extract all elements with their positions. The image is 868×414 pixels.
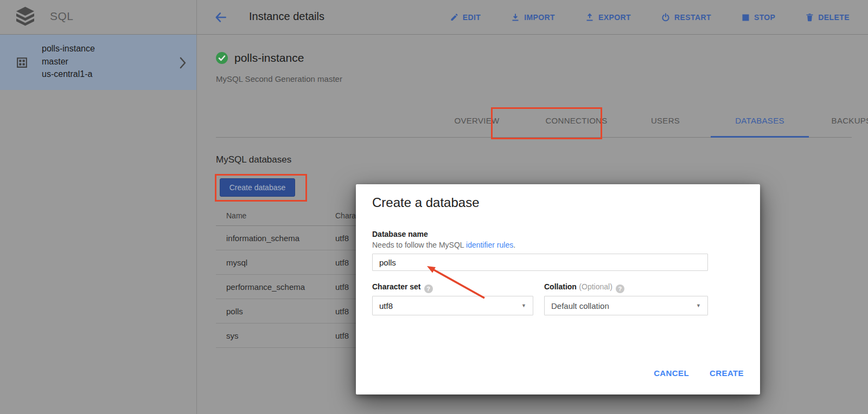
dialog-title: Create a database <box>372 195 479 210</box>
export-button-label: EXPORT <box>598 13 631 22</box>
chevron-down-icon: ▼ <box>696 303 701 308</box>
cell-name: information_schema <box>216 234 335 243</box>
tab-backups[interactable]: BACKUPS <box>809 103 868 138</box>
create-database-dialog: Create a database Database name Needs to… <box>356 184 760 394</box>
cell-name: polls <box>216 307 335 316</box>
back-arrow-icon[interactable] <box>214 10 228 27</box>
instance-role: master <box>42 55 95 68</box>
delete-button[interactable]: DELETE <box>806 13 850 22</box>
edit-button[interactable]: EDIT <box>450 13 481 22</box>
help-icon[interactable]: ? <box>424 284 433 293</box>
chevron-down-icon: ▼ <box>521 303 526 308</box>
collation-optional-note: (Optional) <box>579 282 612 291</box>
tab-connections-label: CONNECTIONS <box>545 116 607 125</box>
delete-button-label: DELETE <box>818 13 850 22</box>
create-database-button[interactable]: Create database <box>220 178 295 197</box>
import-button[interactable]: IMPORT <box>511 13 555 22</box>
tab-connections[interactable]: CONNECTIONS <box>521 103 631 138</box>
column-header-name: Name <box>216 211 335 220</box>
tab-overview-label: OVERVIEW <box>455 116 500 125</box>
tab-databases-label: DATABASES <box>735 116 784 125</box>
export-button[interactable]: EXPORT <box>585 13 631 22</box>
product-name: SQL <box>50 10 74 23</box>
sidebar-divider <box>196 0 197 414</box>
tab-overview[interactable]: OVERVIEW <box>432 103 522 138</box>
cloud-sql-console: SQL Instance details EDIT <box>0 0 868 414</box>
tab-bar: OVERVIEW CONNECTIONS USERS DATABASES BAC… <box>216 103 852 138</box>
import-icon <box>511 13 520 22</box>
instance-name: polls-instance <box>42 42 95 55</box>
page-title: Instance details <box>249 10 324 23</box>
cancel-button[interactable]: CANCEL <box>654 368 689 378</box>
pencil-icon <box>450 13 458 22</box>
instance-grid-icon <box>15 56 29 72</box>
collation-field: Collation (Optional)? Default collation … <box>544 282 708 293</box>
tab-databases[interactable]: DATABASES <box>711 103 809 138</box>
dialog-actions: CANCEL CREATE <box>654 368 744 378</box>
database-name-input[interactable] <box>372 254 708 271</box>
restart-button[interactable]: RESTART <box>661 13 711 22</box>
character-set-value: utf8 <box>379 301 521 310</box>
tab-backups-label: BACKUPS <box>832 116 868 125</box>
collation-value: Default collation <box>551 301 696 310</box>
character-set-label: Character set <box>372 282 421 291</box>
cell-name: sys <box>216 331 335 340</box>
instance-zone: us-central1-a <box>42 68 95 81</box>
delete-icon <box>806 13 814 22</box>
restart-icon <box>661 13 670 22</box>
restart-button-label: RESTART <box>674 13 711 22</box>
sql-product-icon <box>16 7 34 29</box>
tab-users-label: USERS <box>651 116 680 125</box>
active-tab-underline <box>711 136 809 138</box>
topbar-actions: EDIT IMPORT EXPORT <box>450 0 850 35</box>
status-ok-icon <box>216 52 228 64</box>
chevron-right-icon <box>179 56 187 72</box>
character-set-dropdown[interactable]: utf8 ▼ <box>372 296 533 315</box>
stop-icon <box>742 14 750 22</box>
section-heading: MySQL databases <box>216 154 291 165</box>
character-set-field: Character set? utf8 ▼ <box>372 282 533 293</box>
collation-dropdown[interactable]: Default collation ▼ <box>544 296 708 315</box>
identifier-rules-link[interactable]: identifier rules <box>466 241 513 249</box>
instance-heading: polls-instance <box>234 51 304 64</box>
database-name-helper: Needs to follow the MySQL identifier rul… <box>372 241 515 249</box>
import-button-label: IMPORT <box>524 13 555 22</box>
help-icon[interactable]: ? <box>616 284 624 293</box>
stop-button-label: STOP <box>754 13 775 22</box>
sidebar-item-instance[interactable]: polls-instance master us-central1-a <box>0 35 196 90</box>
helper-text-suffix: . <box>513 241 515 249</box>
instance-subtitle: MySQL Second Generation master <box>216 74 342 83</box>
instance-summary: polls-instance master us-central1-a <box>42 42 95 81</box>
create-button[interactable]: CREATE <box>710 368 744 378</box>
database-name-label: Database name <box>372 230 428 238</box>
tab-users[interactable]: USERS <box>630 103 701 138</box>
top-bar: SQL Instance details EDIT <box>0 0 868 35</box>
cell-name: performance_schema <box>216 282 335 292</box>
export-icon <box>585 13 594 22</box>
create-database-button-label: Create database <box>229 183 286 192</box>
helper-text: Needs to follow the MySQL <box>372 241 466 249</box>
edit-button-label: EDIT <box>463 13 481 22</box>
collation-label: Collation <box>544 282 577 291</box>
cell-name: mysql <box>216 258 335 267</box>
stop-button[interactable]: STOP <box>742 13 775 22</box>
